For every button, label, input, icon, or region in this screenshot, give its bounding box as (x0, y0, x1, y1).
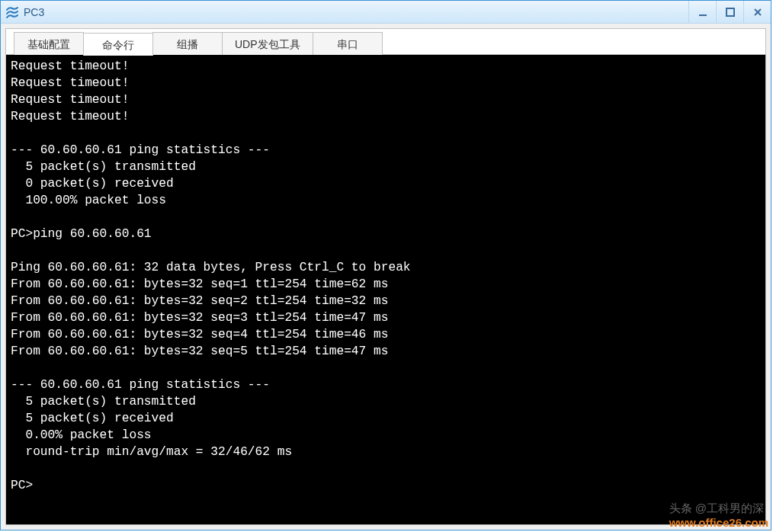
terminal-output[interactable]: Request timeout! Request timeout! Reques… (6, 55, 765, 524)
tab-multicast[interactable]: 组播 (152, 32, 223, 55)
svg-rect-0 (699, 14, 707, 16)
minimize-button[interactable] (688, 1, 716, 23)
titlebar: PC3 (1, 1, 771, 24)
maximize-button[interactable] (716, 1, 743, 23)
tab-basic-config[interactable]: 基础配置 (14, 32, 84, 55)
tab-udp-tool[interactable]: UDP发包工具 (222, 32, 313, 55)
content-area: 基础配置 命令行 组播 UDP发包工具 串口 Request timeout! … (1, 24, 771, 530)
window-buttons (688, 1, 771, 23)
svg-rect-1 (726, 8, 734, 16)
tab-command-line[interactable]: 命令行 (83, 33, 153, 56)
app-icon (5, 5, 19, 19)
inner-panel: 基础配置 命令行 组播 UDP发包工具 串口 Request timeout! … (5, 28, 766, 525)
tabs-bar: 基础配置 命令行 组播 UDP发包工具 串口 (6, 29, 765, 55)
app-window: PC3 基础配置 命令行 组播 UDP发包工具 串口 Request timeo… (0, 0, 771, 530)
tab-serial[interactable]: 串口 (313, 32, 383, 55)
titlebar-left: PC3 (5, 5, 44, 19)
close-button[interactable] (743, 1, 771, 23)
window-title: PC3 (24, 6, 44, 18)
